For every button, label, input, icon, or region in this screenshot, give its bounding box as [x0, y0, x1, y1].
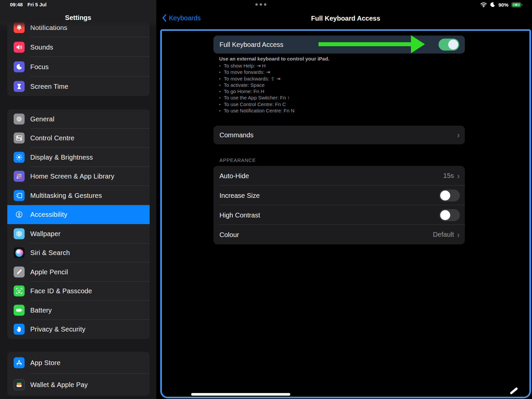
chevron-right-icon: ›	[457, 230, 460, 239]
toggle-knob	[440, 191, 450, 200]
bullet-text: To use Control Centre: Fn C	[224, 101, 286, 108]
sidebar-item-label: Multitasking & Gestures	[30, 192, 102, 199]
fka-help-bullet: •To go Home: Fn H	[219, 88, 459, 95]
chevron-right-icon: ›	[457, 131, 460, 139]
sidebar-item-label: Display & Brightness	[30, 153, 93, 161]
clock: 09:48	[10, 2, 23, 7]
bullet-text: To move backwards: ⇧ ⇥	[224, 76, 280, 82]
scrollbar-end	[510, 387, 518, 395]
battery-icon	[14, 305, 25, 316]
bullet-text: To show Help: ⇥ H	[224, 63, 266, 69]
flower-icon	[14, 228, 25, 239]
colour-value: Default	[433, 231, 454, 238]
chevron-right-icon: ›	[457, 172, 460, 180]
sidebar-item-label: Control Centre	[30, 134, 74, 142]
gear-icon	[14, 113, 25, 124]
high-contrast-row: High Contrast	[213, 205, 465, 225]
full-keyboard-access-toggle[interactable]	[439, 39, 459, 51]
sidebar-group-3: App Store Wallet & Apple Pay	[7, 352, 150, 396]
sidebar-item-apple-pencil[interactable]: Apple Pencil	[7, 262, 150, 282]
sidebar-item-label: General	[30, 115, 55, 123]
bullet-text: To move forwards: ⇥	[224, 69, 270, 75]
sidebar-item-focus[interactable]: Focus	[7, 57, 150, 76]
hand-icon	[14, 324, 25, 335]
app-grid-icon	[14, 171, 25, 182]
moon-icon	[490, 2, 495, 7]
sidebar-item-sounds[interactable]: Sounds	[7, 37, 150, 57]
sidebar-item-label: App Store	[30, 359, 61, 367]
face-id-icon	[14, 286, 25, 297]
sidebar-item-app-store[interactable]: App Store	[7, 352, 150, 374]
app-store-icon	[14, 357, 25, 368]
sidebar-item-label: Screen Time	[30, 82, 68, 90]
speaker-icon	[14, 42, 25, 53]
sidebar-item-battery[interactable]: Battery	[7, 301, 150, 320]
increase-size-toggle[interactable]	[439, 190, 460, 201]
status-bar: 09:48 Fri 5 Jul 90%	[0, 0, 532, 9]
siri-orb-icon	[14, 247, 25, 258]
sidebar-item-siri[interactable]: Siri & Search	[7, 243, 150, 263]
full-keyboard-access-row[interactable]: Full Keyboard Access	[213, 36, 465, 54]
fka-help-intro: Use an external keyboard to control your…	[219, 56, 459, 62]
fka-help-text: Use an external keyboard to control your…	[219, 56, 459, 114]
date: Fri 5 Jul	[27, 2, 47, 7]
hourglass-icon	[14, 81, 25, 92]
back-button-label: Keyboards	[169, 14, 201, 22]
increase-size-label: Increase Size	[219, 192, 260, 199]
fka-help-bullet: •To use the App Switcher: Fn ↑	[219, 95, 459, 101]
sidebar-item-label: Home Screen & App Library	[30, 173, 114, 180]
chevron-left-icon	[162, 14, 167, 22]
fka-help-bullet: •To activate: Space	[219, 82, 459, 88]
sidebar-item-privacy[interactable]: Privacy & Security	[7, 320, 150, 339]
sidebar-item-label: Battery	[30, 306, 52, 314]
sidebar-item-wallet[interactable]: Wallet & Apple Pay	[7, 374, 150, 396]
sidebar-item-wallpaper[interactable]: Wallpaper	[7, 224, 150, 243]
sun-icon	[14, 152, 25, 163]
high-contrast-label: High Contrast	[219, 211, 260, 219]
toggle-knob	[448, 40, 458, 50]
appearance-section-header: APPEARANCE	[219, 157, 256, 163]
auto-hide-value: 15s	[443, 172, 454, 180]
wallet-icon	[14, 379, 25, 390]
sidebar-item-display-brightness[interactable]: Display & Brightness	[7, 148, 150, 167]
commands-row[interactable]: Commands ›	[213, 126, 465, 144]
sidebar-item-label: Apple Pencil	[30, 268, 68, 276]
sidebar-item-accessibility[interactable]: Accessibility	[7, 205, 150, 224]
sidebar-item-label: Wallet & Apple Pay	[30, 381, 88, 389]
bullet-text: To use Notification Centre: Fn N	[224, 108, 295, 114]
bullet-text: To activate: Space	[224, 82, 265, 88]
colour-label: Colour	[219, 231, 239, 238]
pencil-icon	[14, 266, 25, 277]
fka-help-bullet: •To move backwards: ⇧ ⇥	[219, 76, 459, 82]
multitask-icon	[14, 190, 25, 201]
ipad-settings-screen: Notifications Sounds Focus	[0, 0, 532, 399]
sidebar-item-general[interactable]: General	[7, 109, 150, 129]
sidebar-item-label: Wallpaper	[30, 230, 61, 237]
sidebar-title: Settings	[0, 14, 156, 22]
back-button-keyboards[interactable]: Keyboards	[162, 14, 201, 22]
sidebar-item-label: Privacy & Security	[30, 326, 85, 333]
fka-help-bullet: •To use Notification Centre: Fn N	[219, 108, 459, 114]
wifi-icon	[480, 2, 487, 7]
auto-hide-label: Auto-Hide	[219, 172, 249, 180]
fka-help-bullet: •To move forwards: ⇥	[219, 69, 459, 75]
fka-help-bullet: •To show Help: ⇥ H	[219, 63, 459, 69]
home-indicator[interactable]	[191, 393, 290, 396]
sidebar-item-multitasking[interactable]: Multitasking & Gestures	[7, 186, 150, 205]
colour-row[interactable]: Colour Default ›	[213, 225, 465, 244]
sidebar-item-label: Sounds	[30, 43, 53, 51]
page-title: Full Keyboard Access	[160, 15, 531, 22]
high-contrast-toggle[interactable]	[439, 209, 460, 221]
sidebar-item-control-centre[interactable]: Control Centre	[7, 129, 150, 148]
toggle-knob	[440, 210, 450, 220]
settings-sidebar: Notifications Sounds Focus	[0, 0, 156, 399]
sidebar-item-home-screen[interactable]: Home Screen & App Library	[7, 167, 150, 186]
auto-hide-row[interactable]: Auto-Hide 15s ›	[213, 166, 465, 186]
sidebar-item-face-id[interactable]: Face ID & Passcode	[7, 282, 150, 301]
bullet-text: To use the App Switcher: Fn ↑	[224, 95, 290, 101]
accessibility-icon	[14, 209, 25, 220]
sidebar-item-label: Accessibility	[30, 211, 67, 218]
moon-icon	[14, 61, 25, 72]
sidebar-group-1: Notifications Sounds Focus	[7, 18, 150, 96]
sidebar-item-screen-time[interactable]: Screen Time	[7, 76, 150, 96]
